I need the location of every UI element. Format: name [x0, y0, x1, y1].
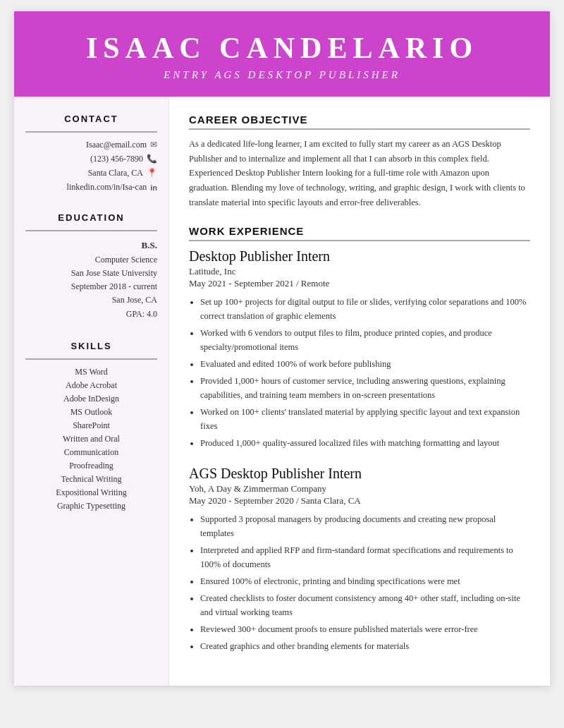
education-details: B.S. Computer Science San Jose State Uni… — [25, 238, 157, 321]
main-content: CAREER OBJECTIVE As a dedicated life-lon… — [169, 97, 550, 686]
contact-location: Santa Clara, CA 📍 — [25, 168, 157, 178]
education-section: EDUCATION B.S. Computer Science San Jose… — [25, 212, 157, 321]
work-experience-title: WORK EXPERIENCE — [189, 225, 530, 241]
job-1-dates: May 2021 - September 2021 / Remote — [189, 278, 530, 289]
education-degree: B.S. — [25, 238, 157, 253]
contact-phone: (123) 456-7890 📞 — [25, 154, 157, 164]
skill-item: Technical Writing — [25, 474, 157, 485]
skills-section: SKILLS MS Word Adobe Acrobat Adobe InDes… — [25, 341, 157, 511]
job-1-company: Latitude, Inc — [189, 266, 530, 277]
job-1-bullets: Set up 100+ projects for digital output … — [189, 295, 530, 450]
work-experience-section: WORK EXPERIENCE Desktop Publisher Intern… — [189, 225, 530, 653]
bullet-item: Worked on 100+ clients' translated mater… — [200, 405, 530, 433]
job-1-title: Desktop Publisher Intern — [189, 248, 530, 265]
sidebar: CONTACT Isaac@email.com ✉ (123) 456-7890… — [14, 97, 169, 686]
skill-item: Graphic Typesetting — [25, 501, 157, 511]
contact-linkedin: linkedin.com/in/Isa-can in — [25, 182, 157, 193]
career-objective-title: CAREER OBJECTIVE — [189, 114, 530, 130]
bullet-item: Supported 3 proposal managers by produci… — [200, 512, 530, 540]
skill-item: SharePoint — [25, 420, 157, 431]
email-icon: ✉ — [150, 140, 157, 150]
education-location: San Jose, CA — [25, 293, 157, 307]
education-field: Computer Science — [25, 253, 157, 267]
resume-header: ISAAC CANDELARIO ENTRY AGS DESKTOP PUBLI… — [14, 11, 550, 97]
email-text: Isaac@email.com — [86, 140, 147, 150]
job-2-company: Yoh, A Day & Zimmerman Company — [189, 483, 530, 495]
resume-wrapper: ISAAC CANDELARIO ENTRY AGS DESKTOP PUBLI… — [14, 11, 550, 686]
skills-divider — [25, 358, 157, 360]
skill-item: Communication — [25, 447, 157, 458]
skill-item: Adobe InDesign — [25, 394, 157, 404]
candidate-title: ENTRY AGS DESKTOP PUBLISHER — [37, 69, 527, 81]
skill-item: Proofreading — [25, 461, 157, 471]
phone-icon: 📞 — [147, 154, 157, 164]
phone-text: (123) 456-7890 — [90, 154, 143, 164]
skill-item: Expositional Writing — [25, 487, 157, 498]
bullet-item: Ensured 100% of electronic, printing and… — [200, 574, 530, 588]
contact-section: CONTACT Isaac@email.com ✉ (123) 456-7890… — [25, 114, 157, 193]
location-text: Santa Clara, CA — [88, 168, 143, 178]
education-dates: September 2018 - current — [25, 280, 157, 293]
education-school: San Jose State University — [25, 267, 157, 280]
location-icon: 📍 — [147, 168, 157, 178]
body-layout: CONTACT Isaac@email.com ✉ (123) 456-7890… — [14, 97, 550, 686]
contact-divider — [25, 131, 157, 133]
bullet-item: Evaluated and edited 100% of work before… — [200, 357, 530, 371]
bullet-item: Produced 1,000+ quality-assured localize… — [200, 436, 530, 450]
job-2-bullets: Supported 3 proposal managers by produci… — [189, 512, 530, 653]
job-2-title: AGS Desktop Publisher Intern — [189, 466, 530, 482]
bullet-item: Set up 100+ projects for digital output … — [200, 295, 530, 323]
bullet-item: Reviewed 300+ document proofs to ensure … — [200, 622, 530, 636]
education-title: EDUCATION — [25, 212, 157, 223]
skills-title: SKILLS — [25, 341, 157, 351]
bullet-item: Provided 1,000+ hours of customer servic… — [200, 374, 530, 402]
candidate-name: ISAAC CANDELARIO — [37, 31, 527, 65]
skill-item: MS Outlook — [25, 407, 157, 418]
skills-list: MS Word Adobe Acrobat Adobe InDesign MS … — [25, 367, 157, 511]
linkedin-text: linkedin.com/in/Isa-can — [67, 182, 147, 193]
bullet-item: Worked with 6 vendors to output files to… — [200, 326, 530, 354]
contact-title: CONTACT — [25, 114, 157, 124]
education-gpa: GPA: 4.0 — [25, 308, 157, 321]
career-objective-section: CAREER OBJECTIVE As a dedicated life-lon… — [189, 114, 530, 210]
job-2: AGS Desktop Publisher Intern Yoh, A Day … — [189, 466, 530, 653]
job-2-dates: May 2020 - September 2020 / Santa Clara,… — [189, 495, 530, 506]
skill-item: MS Word — [25, 367, 157, 377]
bullet-item: Created graphics and other branding elem… — [200, 639, 530, 653]
bullet-item: Interpreted and applied RFP and firm-sta… — [200, 543, 530, 571]
contact-email: Isaac@email.com ✉ — [25, 140, 157, 150]
education-divider — [25, 230, 157, 231]
linkedin-icon: in — [150, 183, 157, 192]
job-1: Desktop Publisher Intern Latitude, Inc M… — [189, 248, 530, 450]
skill-item: Written and Oral — [25, 434, 157, 444]
career-objective-text: As a dedicated life-long learner, I am e… — [189, 137, 530, 210]
skill-item: Adobe Acrobat — [25, 380, 157, 391]
bullet-item: Created checklists to foster document co… — [200, 591, 530, 619]
